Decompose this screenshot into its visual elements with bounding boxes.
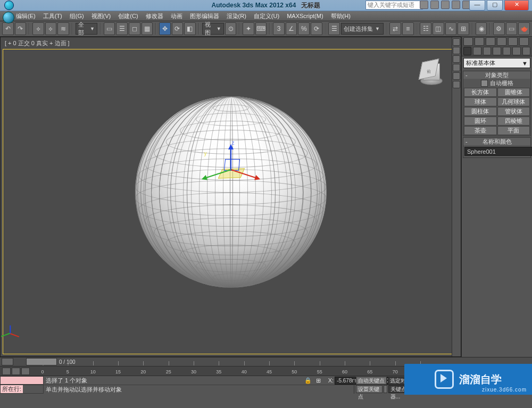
menu-modifiers[interactable]: 修改器 [146,12,163,20]
viewport[interactable]: 前 y z [3,49,459,354]
render-setup-button[interactable]: ⚙ [493,22,505,35]
trackbar-filter-icon[interactable] [12,368,20,375]
person-icon[interactable] [453,55,460,63]
favorites-icon[interactable] [452,1,460,9]
primitive-geosphere[interactable]: 几何球体 [497,97,530,106]
lock-icon[interactable] [453,47,460,54]
mini-curve-editor-icon[interactable] [2,368,11,375]
angle-snap-button[interactable]: ∠ [286,22,297,35]
undo-button[interactable]: ↶ [2,22,14,35]
refcoord-dropdown[interactable]: 视图▼ [202,23,224,35]
scene-sphere-object[interactable]: y z [135,96,327,288]
rollout-header-objecttype[interactable]: -对象类型 [463,71,530,79]
geometry-subtab[interactable] [463,47,471,55]
systems-subtab[interactable] [522,47,530,55]
lock-selection-icon[interactable]: 🔒 [304,377,312,384]
primitive-cone[interactable]: 圆锥体 [497,88,530,97]
application-menu-button[interactable] [3,12,14,23]
select-manipulate-button[interactable]: ✦ [243,22,254,35]
gizmo-z-axis[interactable] [230,146,231,170]
motion-tab[interactable] [497,37,506,46]
select-move-button[interactable]: ✥ [159,22,171,35]
exchange-icon[interactable] [441,1,450,9]
trackbar-toggle-icon[interactable] [2,358,13,365]
help-search-input[interactable]: 键入关键字或短语 [365,1,423,10]
helpers-subtab[interactable] [503,47,511,55]
primitive-box[interactable]: 长方体 [464,88,497,97]
menu-customize[interactable]: 自定义(U) [254,12,279,20]
graphite-button[interactable]: ◫ [433,22,444,35]
cameras-subtab[interactable] [493,47,501,55]
spinner-snap-button[interactable]: ⟳ [311,22,322,35]
redo-button[interactable]: ↷ [15,22,27,35]
viewcube[interactable]: 前 [416,59,445,88]
menu-help[interactable]: 帮助(H) [331,12,351,20]
setkey-large-button[interactable] [384,385,387,393]
utilities-tab[interactable] [519,37,529,46]
primitive-torus[interactable]: 圆环 [464,116,497,126]
named-selection-dropdown[interactable]: 创建选择集▼ [341,23,384,35]
mirror-button[interactable]: ⇄ [389,22,401,35]
shapes-subtab[interactable] [473,47,481,55]
viewport-label[interactable]: [ + 0 正交 0 真实 + 边面 ] [5,39,70,47]
layers-button[interactable]: ☷ [420,22,431,35]
subscription-icon[interactable] [430,1,439,9]
search-icon[interactable] [420,1,428,9]
light-icon[interactable] [453,38,460,46]
select-by-name-button[interactable]: ☰ [116,22,128,35]
link-button[interactable]: ⟡ [32,22,44,35]
primitive-teapot[interactable]: 茶壶 [464,126,497,135]
edit-named-sel-button[interactable]: ☰ [328,22,340,35]
maximize-button[interactable]: ▢ [487,0,503,11]
display-icon[interactable] [453,64,460,71]
material-editor-button[interactable]: ◉ [476,22,487,35]
minimize-button[interactable]: — [469,0,485,11]
object-name-input[interactable] [464,147,532,156]
move-gizmo[interactable]: y z [194,140,268,198]
use-center-button[interactable]: ⊙ [225,22,237,35]
menu-views[interactable]: 视图(V) [92,12,111,20]
select-object-button[interactable]: ▭ [104,22,115,35]
menu-tools[interactable]: 工具(T) [43,12,62,20]
hierarchy-tab[interactable] [486,37,495,46]
display-tab[interactable] [508,37,518,46]
select-region-button[interactable]: ◻ [129,22,140,35]
menu-edit[interactable]: 编辑(E) [16,12,36,20]
schematic-view-button[interactable]: ⊞ [458,22,469,35]
menu-group[interactable]: 组(G) [70,12,84,20]
trackbar-key-icon[interactable] [21,368,30,375]
wrench-icon[interactable] [453,81,460,88]
menu-animation[interactable]: 动画 [171,12,182,20]
primitive-tube[interactable]: 管状体 [497,107,530,116]
render-production-button[interactable]: 🫖 [518,22,530,35]
rollout-header-namecolor[interactable]: -名称和颜色 [463,138,530,145]
create-tab[interactable] [463,37,473,46]
modify-tab[interactable] [475,37,484,46]
bind-spacewarp-button[interactable]: ≋ [57,22,69,35]
menu-maxscript[interactable]: MAXScript(M) [287,13,323,19]
rendered-frame-button[interactable]: ▭ [506,22,518,35]
lights-subtab[interactable] [483,47,491,55]
autokey-button[interactable]: 自动关键点 [356,377,387,385]
menu-rendering[interactable]: 渲染(R) [227,12,246,20]
category-dropdown[interactable]: 标准基本体▼ [463,58,530,68]
time-slider-thumb[interactable] [26,358,57,365]
transform-gizmo-icon[interactable]: ⊞ [316,377,321,384]
menu-grapheditors[interactable]: 图形编辑器 [190,12,219,20]
gear-icon[interactable] [453,72,460,80]
window-crossing-button[interactable]: ▦ [142,22,153,35]
curve-editor-button[interactable]: ∿ [445,22,457,35]
primitive-cylinder[interactable]: 圆柱体 [464,107,497,116]
close-button[interactable]: ✕ [504,0,529,11]
keyboard-shortcut-button[interactable]: ⌨ [255,22,267,35]
select-rotate-button[interactable]: ⟳ [172,22,184,35]
checkbox-icon[interactable] [481,80,488,87]
menu-create[interactable]: 创建(C) [118,12,138,20]
spacewarps-subtab[interactable] [512,47,520,55]
snap-toggle-button[interactable]: 3 [273,22,285,35]
autogrid-checkbox[interactable]: 自动栅格 [463,79,530,87]
primitive-plane[interactable]: 平面 [497,126,530,135]
primitive-pyramid[interactable]: 四棱锥 [497,116,530,126]
unlink-button[interactable]: ⟡ [45,22,57,35]
setkey-button[interactable]: 设置关键点 [356,385,383,393]
